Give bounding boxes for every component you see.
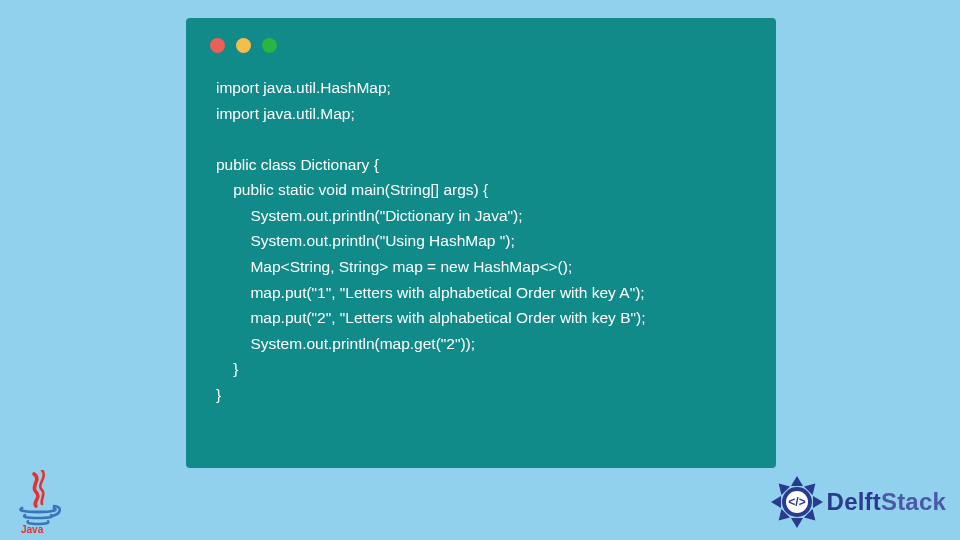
java-logo-label: Java (21, 524, 44, 534)
brand-name-main: Delft (827, 488, 881, 515)
delftstack-badge-icon: </> (769, 474, 825, 530)
delftstack-brand: </> DelftStack (769, 474, 946, 530)
java-logo-icon: Java (12, 470, 66, 534)
window-zoom-dot (262, 38, 277, 53)
svg-marker-6 (771, 496, 781, 508)
svg-text:</>: </> (788, 495, 805, 509)
svg-marker-2 (813, 496, 823, 508)
window-close-dot (210, 38, 225, 53)
svg-marker-4 (791, 518, 803, 528)
delftstack-brand-text: DelftStack (827, 488, 946, 516)
svg-marker-0 (791, 476, 803, 486)
code-window: import java.util.HashMap; import java.ut… (186, 18, 776, 468)
window-minimize-dot (236, 38, 251, 53)
code-block: import java.util.HashMap; import java.ut… (216, 75, 746, 407)
brand-name-suffix: Stack (881, 488, 946, 515)
window-traffic-lights (210, 38, 746, 53)
